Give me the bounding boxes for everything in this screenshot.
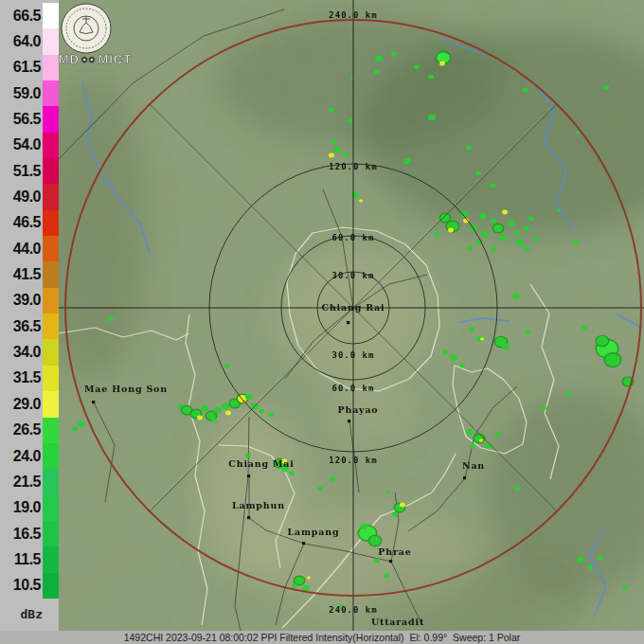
dbz-level-label: 11.5 — [0, 551, 43, 568]
radar-echo-cell — [386, 491, 390, 493]
dbz-level-swatch — [43, 28, 59, 54]
dbz-level-swatch — [43, 210, 59, 236]
dbz-level-label: 49.0 — [0, 188, 43, 206]
range-ring-label: 30.0 km — [332, 350, 375, 360]
radar-echo-cell — [245, 394, 253, 401]
dbz-colorbar-rows: 66.564.061.559.056.554.051.549.046.544.0… — [0, 3, 59, 599]
dbz-level-row: 54.0 — [0, 133, 59, 158]
dbz-level-row: 11.5 — [0, 546, 59, 572]
radar-echo-cell — [512, 294, 520, 300]
city-label: Phayao — [337, 404, 378, 415]
dbz-level-swatch — [43, 418, 59, 443]
radar-echo-cell — [392, 512, 398, 517]
radar-echo-cell — [508, 221, 515, 227]
dbz-level-swatch — [43, 495, 59, 521]
radar-echo-cell — [603, 85, 609, 90]
radar-echo-cell — [481, 231, 489, 238]
dbz-level-row: 39.0 — [0, 288, 59, 313]
dbz-level-label: 29.0 — [0, 396, 43, 413]
radar-echo-cell — [528, 217, 534, 222]
dbz-level-label: 56.5 — [0, 111, 43, 128]
radar-echo-cell — [598, 556, 603, 561]
radar-echo-cell — [331, 139, 336, 144]
radar-echo-cell — [577, 557, 584, 564]
radar-echo-cell — [360, 524, 367, 530]
radar-echo-cell — [566, 392, 572, 397]
radar-echo-cell — [78, 421, 85, 428]
radar-echo-cell — [466, 429, 474, 436]
radar-echo-cell — [514, 231, 520, 236]
dbz-level-swatch — [43, 288, 59, 313]
radar-echo-cell — [495, 433, 501, 438]
dbz-level-row: 10.5 — [0, 573, 59, 599]
radar-map: 240.0 km120.0 km60.0 km30.0 km30.0 km60.… — [59, 0, 644, 631]
radar-echo-cell — [525, 331, 530, 335]
radar-echo-cell — [467, 245, 473, 250]
dbz-level-row: 66.5 — [0, 3, 59, 28]
radar-echo-cell — [201, 405, 208, 412]
city-marker-dot — [348, 420, 350, 422]
dbz-level-swatch — [43, 546, 59, 572]
radar-echo-cell — [541, 406, 546, 411]
radar-echo-cell — [72, 427, 78, 432]
radar-echo-cell — [581, 326, 587, 331]
dbz-level-label: 10.5 — [0, 577, 43, 594]
radar-echo-cell — [302, 585, 310, 592]
radar-echo-cell — [369, 536, 381, 546]
radar-echo-cell — [605, 353, 620, 366]
radar-echo-cell — [374, 70, 380, 75]
radar-echo-cell — [523, 88, 528, 93]
radar-echo-cell — [295, 577, 304, 584]
dbz-level-label: 59.0 — [0, 85, 43, 102]
city-marker-dot — [92, 401, 95, 403]
radar-echo-cell — [587, 565, 593, 570]
city-label: Phrae — [378, 546, 411, 557]
dbz-level-row: 56.5 — [0, 106, 59, 132]
city-label: Chiang Mai — [228, 458, 294, 469]
radar-echo-cell — [384, 574, 389, 579]
radar-echo-cell — [442, 350, 448, 355]
dbz-level-label: 39.0 — [0, 292, 43, 309]
dbz-level-row: 64.0 — [0, 28, 59, 54]
radar-echo-cell — [289, 472, 295, 476]
city-marker-dot — [347, 321, 349, 324]
dbz-level-row: 21.5 — [0, 469, 59, 494]
radar-echo-cell — [480, 337, 484, 340]
dbz-level-label: 26.5 — [0, 421, 43, 438]
city-label: Lamphun — [232, 500, 285, 510]
range-ring-label: 120.0 km — [329, 456, 377, 465]
dbz-level-swatch — [43, 184, 59, 209]
radar-echo-cell — [524, 247, 529, 252]
radar-echo-cell — [211, 419, 217, 423]
range-ring-label: 240.0 km — [329, 10, 377, 20]
dbz-level-swatch — [43, 391, 59, 417]
dbz-level-label: 34.0 — [0, 344, 43, 361]
dbz-level-label: 66.5 — [0, 8, 43, 25]
radar-echo-cell — [428, 115, 436, 121]
dbz-level-row: 16.5 — [0, 521, 59, 546]
dbz-level-swatch — [43, 366, 59, 391]
dbz-level-row: 44.0 — [0, 236, 59, 261]
city-label: Nan — [462, 460, 485, 471]
radar-echo-cell — [491, 219, 496, 224]
terrain-layer — [59, 0, 644, 631]
radar-echo-cell — [214, 407, 222, 414]
dbz-level-label: 51.5 — [0, 163, 43, 180]
radar-echo-cell — [514, 487, 520, 492]
radar-echo-cell — [307, 576, 311, 579]
status-text: 1492CHI 2023-09-21 08:00:02 PPI Filtered… — [124, 632, 521, 643]
dbz-level-label: 44.0 — [0, 241, 43, 258]
dbz-level-label: 31.5 — [0, 369, 43, 386]
radar-echo-cell — [466, 146, 472, 151]
radar-echo-cell — [469, 328, 474, 332]
logo-mict: MICT — [98, 52, 132, 66]
city-marker-dot — [247, 516, 250, 519]
dbz-level-label: 16.5 — [0, 526, 43, 543]
radar-echo-cell — [459, 364, 465, 368]
dbz-unit-label: dBz — [0, 607, 43, 621]
dbz-level-swatch — [43, 80, 59, 106]
radar-echo-cell — [182, 406, 191, 414]
radar-echo-cell — [222, 403, 229, 410]
dbz-level-row: 41.5 — [0, 261, 59, 287]
radar-echo-cell — [330, 477, 335, 482]
